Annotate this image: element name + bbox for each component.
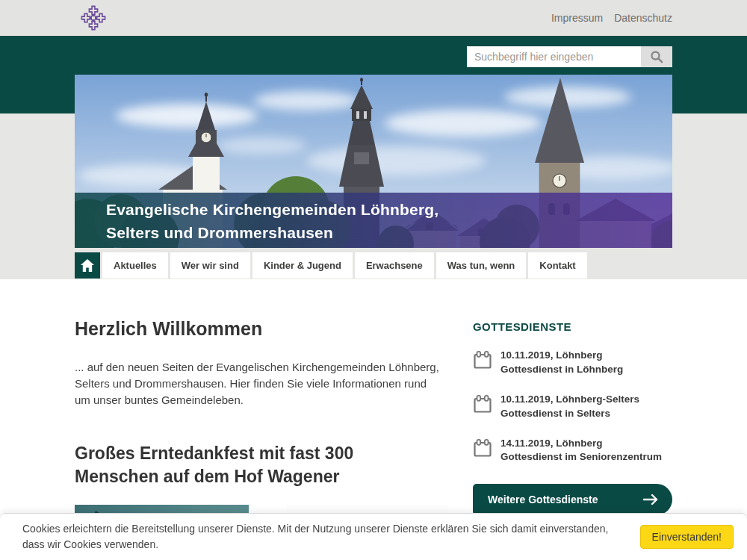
event-date: 10.11.2019, Löhnberg bbox=[500, 349, 623, 363]
search-button[interactable] bbox=[641, 46, 672, 67]
cookie-message: Cookies erleichtern die Bereitstellung u… bbox=[22, 521, 620, 553]
hero-title-overlay: Evangelische Kirchengemeinden Löhnberg, … bbox=[75, 193, 672, 248]
topbar: Impressum Datenschutz bbox=[0, 0, 747, 36]
nav-item-wer-wir-sind[interactable]: Wer wir sind bbox=[170, 252, 250, 279]
more-services-label: Weitere Gottesdienste bbox=[488, 494, 642, 505]
church-logo-icon[interactable] bbox=[81, 4, 106, 31]
cookie-banner: Cookies erleichtern die Bereitstellung u… bbox=[0, 513, 747, 560]
event-name: Gottesdienst im Seniorenzentrum bbox=[500, 450, 662, 464]
sidebar-title: GOTTESDIENSTE bbox=[473, 320, 672, 333]
nav-item-was-tun-wenn[interactable]: Was tun, wenn bbox=[436, 252, 527, 279]
search-bar bbox=[467, 46, 672, 67]
event-item-3[interactable]: 14.11.2019, Löhnberg Gottesdienst im Sen… bbox=[473, 437, 672, 465]
nav-item-kontakt[interactable]: Kontakt bbox=[528, 252, 586, 279]
search-input[interactable] bbox=[467, 46, 641, 67]
event-item-2[interactable]: 10.11.2019, Löhnberg-Selters Gottesdiens… bbox=[473, 393, 672, 421]
search-icon bbox=[650, 50, 663, 63]
more-services-button[interactable]: Weitere Gottesdienste bbox=[473, 484, 672, 515]
hero-title-line1: Evangelische Kirchengemeinden Löhnberg, bbox=[106, 198, 672, 221]
page: Impressum Datenschutz bbox=[0, 0, 747, 560]
welcome-text: ... auf den neuen Seiten der Evangelisch… bbox=[75, 359, 442, 408]
event-date: 10.11.2019, Löhnberg-Selters bbox=[500, 393, 639, 407]
impressum-link[interactable]: Impressum bbox=[551, 12, 603, 24]
datenschutz-link[interactable]: Datenschutz bbox=[614, 12, 672, 24]
main-nav: Aktuelles Wer wir sind Kinder & Jugend E… bbox=[75, 252, 587, 279]
calendar-icon bbox=[473, 438, 492, 458]
home-icon bbox=[80, 258, 95, 273]
event-item-1[interactable]: 10.11.2019, Löhnberg Gottesdienst in Löh… bbox=[473, 349, 672, 377]
hero-banner: Evangelische Kirchengemeinden Löhnberg, … bbox=[75, 75, 672, 248]
nav-item-aktuelles[interactable]: Aktuelles bbox=[102, 252, 168, 279]
event-date: 14.11.2019, Löhnberg bbox=[500, 437, 662, 451]
topbar-links: Impressum Datenschutz bbox=[551, 0, 672, 36]
calendar-icon bbox=[473, 350, 492, 370]
welcome-heading: Herzlich Willkommen bbox=[75, 318, 448, 340]
arrow-right-icon bbox=[642, 494, 659, 505]
event-name: Gottesdienst in Löhnberg bbox=[500, 363, 623, 377]
nav-home-button[interactable] bbox=[75, 252, 100, 279]
nav-item-erwachsene[interactable]: Erwachsene bbox=[355, 252, 434, 279]
cookie-accept-button[interactable]: Einverstanden! bbox=[640, 525, 734, 549]
calendar-icon bbox=[473, 394, 492, 414]
hero-title-line2: Selters und Drommershausen bbox=[106, 221, 672, 244]
event-name: Gottesdienst in Selters bbox=[500, 407, 639, 421]
nav-item-kinder-jugend[interactable]: Kinder & Jugend bbox=[252, 252, 353, 279]
article-heading: Großes Erntedankfest mit fast 300 Mensch… bbox=[75, 442, 430, 488]
